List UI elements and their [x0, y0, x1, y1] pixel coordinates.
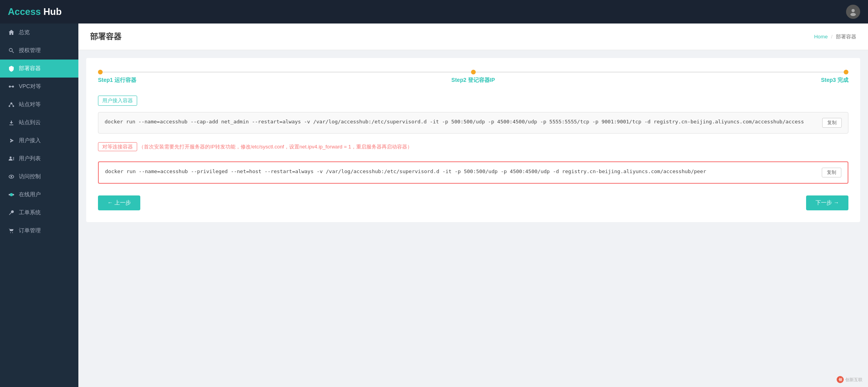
peer-container-command: docker run --name=accesshub --privileged… — [105, 168, 818, 176]
sidebar-icon-user-access — [8, 137, 15, 144]
peer-container-section: 对等连接容器 （首次安装需要先打开服务器的IP转发功能，修改/etc/sysct… — [98, 143, 848, 184]
sidebar: 总览 授权管理 部署容器 VPC对等 站点对等 站点到云 用户接入 用户列表 访… — [0, 24, 78, 387]
sidebar-icon-auth-mgmt — [8, 47, 15, 54]
sidebar-icon-dashboard — [8, 29, 15, 36]
svg-point-0 — [852, 9, 855, 12]
sidebar-label-user-access: 用户接入 — [19, 137, 41, 144]
peer-tag-text: 对等连接容器 — [98, 142, 137, 151]
step3-label: Step3 完成 — [821, 77, 848, 84]
user-avatar[interactable] — [846, 5, 860, 19]
sidebar-label-site-peer: 站点对等 — [19, 101, 41, 108]
svg-point-1 — [850, 13, 856, 16]
sidebar-item-access-control[interactable]: 访问控制 — [0, 168, 78, 186]
sidebar-icon-order-mgmt — [8, 227, 15, 234]
layout: 总览 授权管理 部署容器 VPC对等 站点对等 站点到云 用户接入 用户列表 访… — [0, 24, 868, 387]
page-title: 部署容器 — [90, 31, 121, 42]
logo-access: Access — [8, 6, 41, 17]
sidebar-item-auth-mgmt[interactable]: 授权管理 — [0, 42, 78, 60]
sidebar-label-vpc-peer: VPC对等 — [19, 83, 41, 90]
svg-line-3 — [12, 51, 14, 53]
breadcrumb-current: 部署容器 — [836, 34, 856, 40]
user-container-copy-btn[interactable]: 复制 — [822, 118, 842, 128]
svg-point-18 — [10, 193, 13, 196]
breadcrumb-sep: / — [831, 34, 833, 40]
sidebar-item-user-list[interactable]: 用户列表 — [0, 150, 78, 168]
step3-block: Step3 完成 — [598, 70, 848, 84]
breadcrumb-home[interactable]: Home — [814, 34, 828, 40]
sidebar-icon-user-list — [8, 155, 15, 162]
peer-container-command-box: docker run --name=accesshub --privileged… — [98, 161, 848, 184]
svg-point-20 — [13, 194, 14, 195]
user-container-section: 用户接入容器 docker run --name=accesshub --cap… — [98, 96, 848, 134]
sidebar-item-online-users[interactable]: 在线用户 — [0, 186, 78, 204]
step2-block: Step2 登记容器IP — [348, 70, 598, 84]
step2-dot — [471, 70, 476, 74]
step1-label: Step1 运行容器 — [98, 77, 136, 84]
svg-point-19 — [9, 194, 10, 195]
step1-dot — [98, 70, 103, 74]
main-content: 部署容器 Home / 部署容器 Step1 运行容器 — [78, 24, 868, 387]
sidebar-item-dashboard[interactable]: 总览 — [0, 24, 78, 42]
user-container-tag: 用户接入容器 — [98, 96, 137, 106]
page-header: 部署容器 Home / 部署容器 — [78, 24, 868, 50]
peer-container-copy-btn[interactable]: 复制 — [822, 168, 841, 177]
next-button[interactable]: 下一步 → — [806, 195, 848, 210]
svg-point-4 — [9, 86, 11, 88]
sidebar-label-dashboard: 总览 — [19, 29, 30, 36]
button-row: ← 上一步 下一步 → — [98, 195, 848, 210]
logo-hub: Hub — [41, 6, 62, 17]
svg-point-21 — [10, 232, 11, 233]
sidebar-label-deploy-container: 部署容器 — [19, 65, 41, 72]
sidebar-label-user-list: 用户列表 — [19, 155, 41, 162]
sidebar-icon-deploy-container — [8, 65, 15, 72]
sidebar-icon-site-peer — [8, 101, 15, 108]
step1-block: Step1 运行容器 — [98, 70, 348, 84]
sidebar-label-order-mgmt: 订单管理 — [19, 227, 41, 234]
sidebar-label-site-to-cloud: 站点到云 — [19, 119, 41, 126]
watermark-icon: 创 — [837, 376, 844, 383]
step1-line — [103, 72, 348, 72]
sidebar-item-site-peer[interactable]: 站点对等 — [0, 96, 78, 114]
sidebar-icon-access-control — [8, 173, 15, 180]
sidebar-icon-site-to-cloud — [8, 119, 15, 126]
svg-point-5 — [12, 86, 14, 88]
sidebar-icon-vpc-peer — [8, 83, 15, 90]
svg-point-17 — [11, 176, 12, 177]
sidebar-label-auth-mgmt: 授权管理 — [19, 47, 41, 54]
user-container-command: docker run --name=accesshub --cap-add ne… — [105, 118, 818, 126]
content-card: Step1 运行容器 Step2 登记容器IP — [86, 58, 860, 222]
sidebar-item-site-to-cloud[interactable]: 站点到云 — [0, 114, 78, 132]
user-container-command-box: docker run --name=accesshub --cap-add ne… — [98, 112, 848, 134]
sidebar-label-access-control: 访问控制 — [19, 173, 41, 180]
watermark-text: 创新互联 — [845, 377, 863, 383]
peer-container-tag: 对等连接容器 — [98, 143, 137, 150]
sidebar-item-order-mgmt[interactable]: 订单管理 — [0, 222, 78, 240]
step3-dot — [844, 70, 848, 74]
sidebar-icon-ticket-system — [8, 209, 15, 216]
watermark: 创 创新互联 — [837, 376, 863, 383]
sidebar-item-vpc-peer[interactable]: VPC对等 — [0, 78, 78, 96]
steps-container: Step1 运行容器 Step2 登记容器IP — [98, 70, 848, 84]
sidebar-item-deploy-container[interactable]: 部署容器 — [0, 60, 78, 78]
sidebar-item-user-access[interactable]: 用户接入 — [0, 132, 78, 150]
sidebar-icon-online-users — [8, 191, 15, 198]
svg-point-8 — [9, 105, 10, 107]
svg-point-22 — [12, 232, 13, 233]
prev-button[interactable]: ← 上一步 — [98, 195, 140, 210]
sidebar-item-ticket-system[interactable]: 工单系统 — [0, 204, 78, 222]
svg-line-10 — [10, 104, 11, 105]
step2-label: Step2 登记容器IP — [451, 77, 495, 84]
svg-point-12 — [10, 157, 12, 159]
svg-point-7 — [11, 103, 13, 105]
sidebar-label-ticket-system: 工单系统 — [19, 209, 41, 216]
breadcrumb: Home / 部署容器 — [814, 33, 856, 40]
peer-notice: （首次安装需要先打开服务器的IP转发功能，修改/etc/sysctl.conf，… — [139, 144, 412, 150]
logo: Access Hub — [8, 6, 62, 17]
svg-point-9 — [13, 105, 14, 107]
svg-point-2 — [9, 49, 13, 52]
sidebar-label-online-users: 在线用户 — [19, 191, 41, 198]
svg-line-11 — [13, 104, 13, 105]
header: Access Hub — [0, 0, 868, 24]
